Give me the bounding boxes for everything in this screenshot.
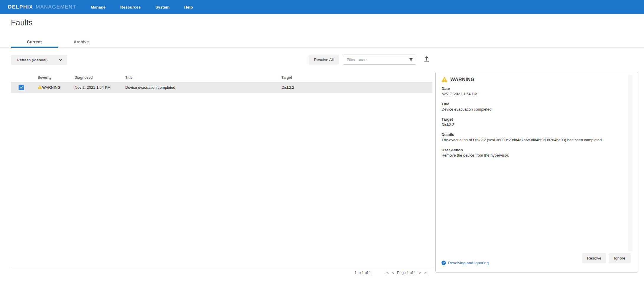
brand-secondary: MANAGEMENT <box>36 4 76 10</box>
pagination: 1 to 1 of 1 |< < Page 1 of 1 > >| <box>355 270 431 275</box>
tab-bar: Current Archive <box>0 35 644 48</box>
field-date-label: Date <box>442 86 632 91</box>
delphix-logo[interactable]: DELPHIX MANAGEMENT <box>8 4 76 10</box>
filter-field-wrap <box>343 55 416 65</box>
column-header-diagnosed: Diagnosed <box>75 75 93 80</box>
row-target-cell: Disk2:2 <box>281 85 294 90</box>
field-target-value: Disk2:2 <box>442 122 632 127</box>
column-header-title: Title <box>125 75 132 80</box>
field-user-action: User Action Remove the device from the h… <box>442 147 632 158</box>
faults-table: Severity Diagnosed Title Target WARNING … <box>11 74 432 93</box>
faults-page: DELPHIX MANAGEMENT Manage Resources Syst… <box>0 0 644 284</box>
help-question-icon: ? <box>442 261 446 265</box>
field-details-label: Details <box>442 132 632 137</box>
row-diagnosed-cell: Nov 2, 2021 1:54 PM <box>75 85 111 90</box>
warning-icon <box>38 85 42 89</box>
column-header-severity: Severity <box>38 75 52 80</box>
panel-header: WARNING <box>442 77 632 82</box>
field-target: Target Disk2:2 <box>442 117 632 127</box>
row-checkbox-cell <box>19 85 24 90</box>
field-title-value: Device evacuation completed <box>442 107 632 112</box>
column-header-target: Target <box>281 75 292 80</box>
row-title-cell: Device evacuation completed <box>125 85 175 90</box>
field-date-value: Nov 2, 2021 1:54 PM <box>442 91 632 97</box>
field-target-label: Target <box>442 117 632 122</box>
help-link-label: Resolving and Ignoring <box>448 261 489 265</box>
export-icon[interactable] <box>423 55 430 64</box>
page-title: Faults <box>11 18 33 27</box>
nav-item-resources[interactable]: Resources <box>116 3 144 11</box>
resolve-button[interactable]: Resolve <box>582 253 606 263</box>
field-title-label: Title <box>442 101 632 107</box>
last-page-icon[interactable]: >| <box>423 270 431 275</box>
brand-primary: DELPHIX <box>8 4 33 10</box>
row-severity-cell: WARNING <box>38 85 60 90</box>
prev-page-icon[interactable]: < <box>390 270 395 275</box>
panel-severity-title: WARNING <box>450 77 475 82</box>
nav-item-system[interactable]: System <box>151 3 173 11</box>
table-header-row: Severity Diagnosed Title Target <box>11 74 432 82</box>
first-page-icon[interactable]: |< <box>383 270 390 275</box>
nav-item-help[interactable]: Help <box>180 3 197 11</box>
resolve-all-button[interactable]: Resolve All <box>309 55 339 65</box>
field-details-value: The evacuation of Disk2:2 (scsi-36000c29… <box>442 137 632 143</box>
table-bottom-divider <box>11 267 432 267</box>
fault-detail-panel: WARNING Date Nov 2, 2021 1:54 PM Title D… <box>435 72 638 273</box>
pagination-page-label: Page 1 of 1 <box>397 271 416 275</box>
pagination-range: 1 to 1 of 1 <box>355 271 371 275</box>
field-date: Date Nov 2, 2021 1:54 PM <box>442 86 632 97</box>
row-severity-text: WARNING <box>42 85 60 90</box>
ignore-button[interactable]: Ignore <box>609 253 631 263</box>
nav-item-manage[interactable]: Manage <box>87 3 109 11</box>
toolbar-right: Resolve All <box>309 55 430 65</box>
tab-archive[interactable]: Archive <box>58 35 105 48</box>
chevron-down-icon <box>59 58 62 62</box>
field-details: Details The evacuation of Disk2:2 (scsi-… <box>442 132 632 143</box>
nav-menu: Manage Resources System Help <box>87 3 204 11</box>
filter-funnel-icon[interactable] <box>409 58 413 62</box>
check-icon <box>19 86 23 89</box>
panel-scrollbar[interactable] <box>628 75 633 251</box>
next-page-icon[interactable]: > <box>418 270 423 275</box>
table-row[interactable]: WARNING Nov 2, 2021 1:54 PM Device evacu… <box>11 82 432 93</box>
row-checkbox[interactable] <box>19 85 24 90</box>
field-user-action-value: Remove the device from the hypervisor. <box>442 153 632 158</box>
panel-action-buttons: Resolve Ignore <box>582 253 631 263</box>
tab-current[interactable]: Current <box>11 35 58 48</box>
warning-icon <box>442 77 447 82</box>
filter-input[interactable] <box>343 55 416 65</box>
refresh-dropdown[interactable]: Refresh (Manual) <box>11 55 67 65</box>
resolving-ignoring-link[interactable]: ? Resolving and Ignoring <box>442 261 489 265</box>
field-title: Title Device evacuation completed <box>442 101 632 112</box>
refresh-dropdown-label: Refresh (Manual) <box>17 58 47 62</box>
top-nav: DELPHIX MANAGEMENT Manage Resources Syst… <box>0 0 644 14</box>
field-user-action-label: User Action <box>442 147 632 153</box>
